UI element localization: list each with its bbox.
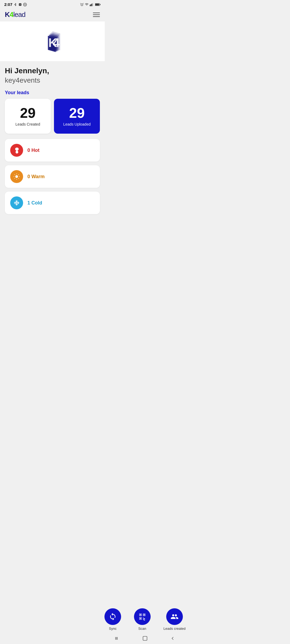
battery-icon <box>95 3 100 6</box>
cold-label: 1 Cold <box>27 200 42 206</box>
hot-icon <box>10 144 23 157</box>
status-time: 2:07 <box>4 2 12 7</box>
svg-text:4: 4 <box>53 36 60 50</box>
brand-banner: K 4 <box>0 21 105 61</box>
app-header: K4lead <box>0 8 105 21</box>
svg-line-22 <box>18 178 19 178</box>
k4-brand-logo: K 4 <box>39 28 66 55</box>
svg-rect-5 <box>90 4 91 6</box>
leads-uploaded-label: Leads Uploaded <box>63 122 91 126</box>
status-right <box>80 3 100 6</box>
signal-icon <box>90 3 94 6</box>
alarm-icon <box>80 3 84 6</box>
leads-row: 29 Leads Created 29 Leads Uploaded <box>5 99 100 134</box>
svg-rect-4 <box>90 5 90 6</box>
hot-text: Hot <box>31 148 39 153</box>
cold-icon <box>10 196 23 209</box>
main-content: Hi Jennelyn, key4events Your leads 29 Le… <box>0 61 105 214</box>
settings-icon <box>23 3 27 6</box>
menu-line-3 <box>93 16 100 17</box>
status-left: 2:07 S <box>4 2 27 7</box>
warm-label: 0 Warm <box>27 174 45 180</box>
hot-category-card[interactable]: 0 Hot <box>5 139 100 162</box>
logo-lead: lead <box>13 10 25 19</box>
svg-rect-6 <box>92 3 92 6</box>
status-bar: 2:07 S <box>0 0 105 8</box>
menu-line-1 <box>93 13 100 13</box>
cold-category-card[interactable]: 1 Cold <box>5 192 100 214</box>
warm-text: Warm <box>31 174 45 179</box>
warm-category-card[interactable]: 0 Warm <box>5 165 100 188</box>
svg-point-18 <box>15 175 18 178</box>
wifi-icon <box>85 3 89 6</box>
svg-text:S: S <box>20 4 21 5</box>
warm-icon <box>10 170 23 183</box>
hamburger-menu[interactable] <box>93 13 100 17</box>
hot-label: 0 Hot <box>27 148 39 153</box>
logo-arrow: 4 <box>10 10 13 19</box>
svg-rect-10 <box>100 4 100 5</box>
svg-line-25 <box>15 178 15 178</box>
cold-count: 1 <box>27 200 31 206</box>
app-logo: K4lead <box>5 10 25 19</box>
svg-point-2 <box>24 4 26 5</box>
svg-rect-7 <box>92 3 93 6</box>
leads-uploaded-card[interactable]: 29 Leads Uploaded <box>54 99 100 134</box>
bluetooth-icon <box>13 3 17 6</box>
menu-line-2 <box>93 14 100 15</box>
hot-count: 0 <box>27 148 31 153</box>
svg-rect-9 <box>95 3 99 5</box>
leads-created-number: 29 <box>20 106 36 120</box>
warm-count: 0 <box>27 174 31 179</box>
greeting-name: Hi Jennelyn, <box>5 67 100 75</box>
cold-text: Cold <box>31 200 42 206</box>
leads-created-label: Leads Created <box>16 122 40 126</box>
leads-created-card[interactable]: 29 Leads Created <box>5 99 51 134</box>
greeting-org: key4events <box>5 76 100 85</box>
svg-line-26 <box>18 174 19 175</box>
logo-k: K <box>5 10 10 19</box>
leads-uploaded-number: 29 <box>69 106 85 120</box>
s-label-icon: S <box>18 3 22 6</box>
your-leads-label: Your leads <box>5 90 100 96</box>
svg-line-21 <box>15 174 15 175</box>
